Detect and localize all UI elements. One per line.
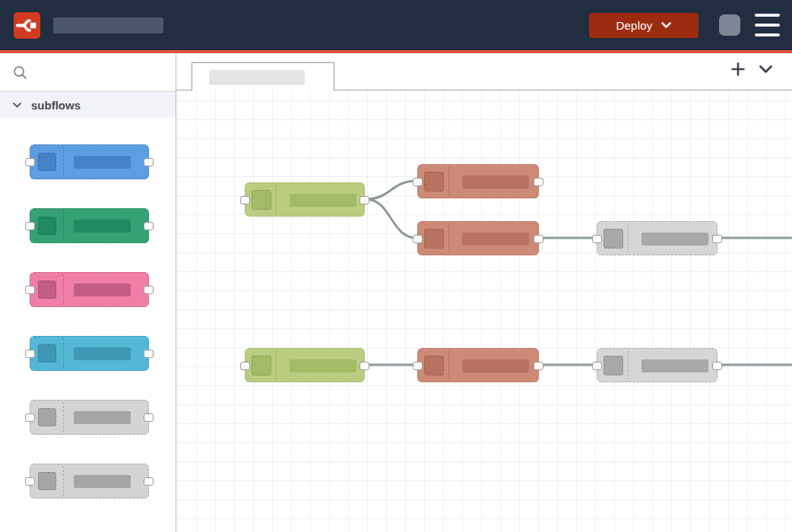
node-label-placeholder [74, 220, 131, 233]
node-icon-placeholder [38, 408, 56, 426]
node-label-placeholder [642, 233, 708, 245]
palette-node-gray[interactable] [30, 464, 149, 499]
palette-category-label: subflows [31, 99, 81, 112]
node-icon-placeholder [604, 356, 623, 375]
node-icon-separator [448, 166, 449, 196]
node-output-port[interactable] [144, 222, 154, 230]
node-red-fork-icon [16, 14, 38, 36]
node-output-port[interactable] [534, 178, 543, 186]
node-output-port[interactable] [712, 235, 722, 243]
deploy-button[interactable]: Deploy [589, 13, 699, 38]
node-input-port[interactable] [413, 235, 423, 243]
palette-node-blue[interactable] [30, 144, 149, 179]
header-bar: Deploy [0, 0, 792, 50]
node-output-port[interactable] [534, 362, 543, 370]
flow-node-gray[interactable] [597, 348, 718, 382]
flow-node-orange[interactable] [417, 221, 539, 255]
node-label-placeholder [462, 233, 529, 245]
node-output-port[interactable] [360, 196, 369, 204]
node-icon-separator [63, 338, 64, 369]
node-input-port[interactable] [240, 196, 250, 204]
node-input-port[interactable] [592, 362, 602, 370]
node-input-port[interactable] [413, 362, 423, 370]
search-icon [13, 65, 27, 80]
node-output-port[interactable] [144, 350, 154, 358]
node-label-placeholder [462, 176, 529, 188]
node-label-placeholder [74, 475, 131, 488]
node-input-port[interactable] [240, 362, 250, 370]
wire[interactable] [366, 181, 417, 199]
flow-canvas[interactable] [176, 90, 792, 532]
node-output-port[interactable] [360, 362, 369, 370]
palette-node-cyan[interactable] [30, 336, 149, 371]
chevron-down-icon [13, 103, 21, 108]
node-label-placeholder [642, 359, 708, 372]
node-icon-separator [63, 147, 64, 177]
node-icon-separator [448, 223, 449, 253]
node-label-placeholder [74, 347, 131, 360]
node-input-port[interactable] [25, 222, 35, 230]
flow-node-green[interactable] [245, 182, 365, 217]
node-output-port[interactable] [144, 477, 154, 486]
node-input-port[interactable] [25, 158, 35, 166]
node-icon-separator [63, 402, 64, 432]
node-icon-separator [276, 185, 277, 214]
palette-search[interactable] [0, 53, 176, 92]
node-icon-placeholder [252, 356, 271, 375]
wire[interactable] [366, 199, 417, 238]
hamburger-icon [755, 33, 780, 36]
tab-actions [730, 61, 774, 78]
deploy-button-label: Deploy [616, 19, 653, 32]
flow-tab[interactable] [192, 62, 334, 90]
node-icon-separator [63, 211, 64, 241]
node-input-port[interactable] [25, 350, 35, 358]
flow-node-orange[interactable] [417, 348, 539, 382]
node-output-port[interactable] [144, 413, 154, 422]
flow-node-gray[interactable] [597, 221, 718, 255]
node-icon-separator [276, 350, 277, 380]
palette-category-subflows[interactable]: subflows [0, 92, 176, 118]
node-icon-placeholder [424, 172, 444, 192]
node-icon-separator [448, 350, 449, 380]
node-icon-placeholder [252, 190, 271, 210]
flow-node-green[interactable] [245, 348, 365, 382]
node-icon-separator [63, 274, 64, 305]
node-icon-placeholder [424, 356, 444, 375]
flow-tab-bar [176, 53, 792, 90]
node-icon-separator [628, 350, 629, 380]
node-output-port[interactable] [144, 286, 154, 294]
flow-node-orange[interactable] [417, 164, 539, 198]
node-icon-placeholder [38, 217, 56, 235]
palette-node-gray[interactable] [30, 400, 149, 435]
node-icon-placeholder [38, 280, 56, 299]
node-label-placeholder [290, 359, 356, 372]
hamburger-icon [755, 24, 780, 27]
node-output-port[interactable] [712, 362, 722, 370]
node-label-placeholder [290, 194, 356, 207]
node-red-logo [14, 12, 40, 39]
add-flow-button[interactable] [730, 61, 746, 78]
node-label-placeholder [74, 283, 131, 296]
node-icon-separator [628, 223, 629, 253]
palette-node-pink[interactable] [30, 272, 149, 307]
node-input-port[interactable] [25, 413, 35, 422]
flow-tab-label-placeholder [209, 70, 305, 85]
node-input-port[interactable] [25, 286, 35, 294]
main-menu-button[interactable] [755, 14, 780, 36]
palette-node-green[interactable] [30, 208, 149, 243]
node-input-port[interactable] [25, 477, 35, 486]
user-avatar[interactable] [719, 14, 740, 36]
node-icon-placeholder [424, 229, 444, 249]
node-icon-placeholder [38, 153, 56, 171]
workspace-area [176, 53, 792, 532]
node-output-port[interactable] [534, 235, 543, 243]
flow-list-button[interactable] [758, 64, 774, 75]
node-input-port[interactable] [592, 235, 602, 243]
node-label-placeholder [462, 359, 529, 372]
palette-sidebar: subflows [0, 53, 176, 532]
chevron-down-icon [661, 22, 671, 29]
chevron-down-icon [759, 65, 772, 74]
node-label-placeholder [74, 156, 131, 169]
node-input-port[interactable] [413, 178, 423, 186]
node-output-port[interactable] [144, 158, 154, 166]
